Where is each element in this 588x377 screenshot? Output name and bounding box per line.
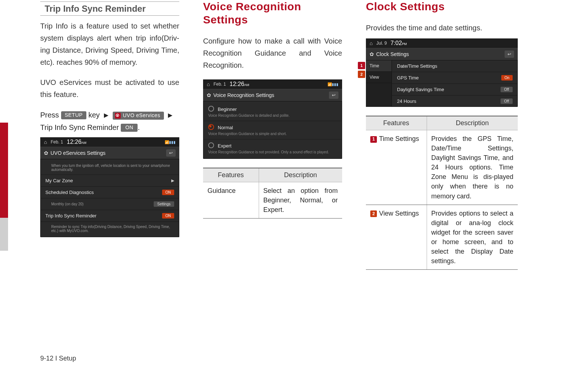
- status-time: 12:26: [230, 81, 244, 87]
- radio-sub: Voice Recognition Guidance is simple and…: [208, 131, 337, 136]
- column-voice-recognition: Voice Recognition Settings Configure how…: [203, 0, 342, 270]
- arrow-icon: ▶: [168, 110, 172, 120]
- row-prev-desc: When you turn the ignition off, vehicle …: [40, 161, 179, 175]
- uvo-eservices-pill: ⦿ UVO eServices: [113, 112, 164, 120]
- row-label: Scheduled Diagnostics: [45, 190, 94, 195]
- uvo-eservices-label: UVO eServices: [123, 111, 160, 120]
- screenshot-title-bar: ✿UVO eServices Settings ↩: [40, 147, 179, 159]
- th-features: Features: [366, 116, 427, 130]
- clock-features-table: Features Description 1Time Settings Prov…: [366, 116, 518, 270]
- td-description: Provides options to select a digital or …: [427, 205, 518, 270]
- page-edge-tabs: [0, 0, 8, 251]
- screenshot-status-bar: ⌂ Feb. 1 12:26AM 📶▮▮▮: [203, 79, 342, 89]
- radio-row-expert: Expert Voice Recognition Guidance is not…: [203, 139, 342, 157]
- radio-label: Expert: [218, 143, 232, 149]
- status-ampm: PM: [402, 42, 407, 46]
- row-scheduled-diagnostics: Scheduled Diagnostics ON: [40, 187, 179, 198]
- th-features: Features: [203, 168, 259, 182]
- row-trip-info-sync: Trip Info Sync Reminder ON: [40, 210, 179, 222]
- on-chip: ON: [162, 213, 174, 219]
- on-label: ON: [125, 123, 133, 132]
- on-pill: ON: [121, 124, 138, 132]
- screenshot-status-bar: ⌂ Feb. 1 12:26AM 📶▮▮▮: [40, 137, 179, 147]
- status-date: Feb. 1: [50, 139, 63, 145]
- table-row: 1Time Settings Provides the GPS Time, Da…: [366, 130, 518, 205]
- radio-row-beginner: Beginner Voice Recognition Guidance is d…: [203, 103, 342, 121]
- radio-icon-selected: [208, 124, 214, 130]
- row-label: GPS Time: [397, 75, 419, 81]
- feature-name: Time Settings: [379, 135, 419, 142]
- screenshot-status-bar: ⌂ Jul. 9 7:02PM: [366, 38, 518, 48]
- signal-icon: 📶▮▮▮: [165, 140, 176, 144]
- row-label: Date/Time Settings: [397, 63, 437, 69]
- key-word: key: [88, 111, 100, 119]
- screenshot-title: UVO eServices Settings: [50, 150, 105, 156]
- column-clock-settings: Clock Settings Provides the time and dat…: [366, 0, 518, 270]
- arrow-icon: ▶: [104, 110, 108, 120]
- tab-empty: [366, 83, 392, 107]
- uvo-settings-screenshot: ⌂ Feb. 1 12:26AM 📶▮▮▮ ✿UVO eServices Set…: [40, 137, 179, 237]
- row-label: Trip Info Sync Reminder: [45, 213, 97, 219]
- td-feature: Guidance: [203, 182, 259, 219]
- signal-icon: 📶▮▮▮: [327, 82, 338, 86]
- section-title-voice: Voice Recognition Settings: [203, 0, 342, 26]
- home-icon: ⌂: [207, 81, 210, 87]
- callout-number-1: 1: [370, 136, 377, 143]
- off-chip: Off: [501, 98, 513, 104]
- row-label: 24 Hours: [397, 98, 416, 104]
- row-label: Daylight Savings Time: [397, 87, 444, 92]
- page-tab-spacer: [0, 0, 8, 123]
- th-description: Description: [259, 168, 342, 182]
- row-daylight-savings: Daylight Savings TimeOff: [392, 84, 518, 96]
- page-footer: 9-12 I Setup: [40, 355, 76, 362]
- row-label: My Car Zone: [45, 178, 73, 183]
- row-my-car-zone: My Car Zone ▶: [40, 175, 179, 187]
- radio-label: Normal: [218, 125, 233, 130]
- home-icon: ⌂: [44, 139, 47, 145]
- row-date-time: Date/Time Settings: [392, 60, 518, 72]
- back-icon: ↩: [505, 51, 514, 58]
- setup-key-pill: SETUP: [61, 111, 86, 119]
- radio-label: Beginner: [218, 107, 237, 112]
- section-title-clock: Clock Settings: [366, 0, 518, 13]
- td-description: Provides the GPS Time, Date/Time Setting…: [427, 130, 518, 205]
- td-feature: 2View Settings: [366, 205, 427, 270]
- th-description: Description: [427, 116, 518, 130]
- clock-screenshot-wrapper: 1 2 ⌂ Jul. 9 7:02PM ✿Clock Settings ↩: [366, 38, 518, 107]
- screenshot-title-bar: ✿Voice Recognition Settings ↩: [203, 89, 342, 101]
- press-instruction: Press SETUP key ▶ ⦿ UVO eServices ▶ Trip…: [40, 109, 179, 134]
- status-time: 7:02: [390, 40, 402, 46]
- voice-paragraph-1: Configure how to make a call with Voice …: [203, 35, 342, 71]
- screenshot-title: Clock Settings: [376, 51, 409, 57]
- voice-features-table: Features Description Guidance Select an …: [203, 168, 342, 219]
- row-scheduled-diagnostics-sub: Monthly (on day 20) Settings: [40, 198, 179, 210]
- off-chip: Off: [501, 87, 513, 92]
- td-description: Select an option from Beginner, Normal, …: [259, 182, 342, 219]
- back-icon: ↩: [329, 92, 338, 99]
- gear-icon: ✿: [370, 51, 374, 57]
- gear-icon: ✿: [207, 92, 211, 98]
- screenshot-title-bar: ✿Clock Settings ↩: [366, 48, 518, 60]
- voice-settings-screenshot: ⌂ Feb. 1 12:26AM 📶▮▮▮ ✿Voice Recognition…: [203, 79, 342, 159]
- row-gps-time: GPS TimeOn: [392, 72, 518, 84]
- subhead-title: Trip Info Sync Reminder: [45, 4, 178, 14]
- clock-settings-screenshot: ⌂ Jul. 9 7:02PM ✿Clock Settings ↩ Time V…: [366, 38, 518, 107]
- radio-icon: [208, 106, 214, 112]
- page-tab-active: [0, 123, 8, 218]
- page-tab-inactive: [0, 218, 8, 251]
- status-date: Feb. 1: [213, 82, 226, 87]
- screenshot-body: When you turn the ignition off, vehicle …: [40, 159, 179, 237]
- callout-tabs: 1 2: [358, 62, 365, 78]
- table-row: Guidance Select an option from Beginner,…: [203, 182, 342, 219]
- status-ampm: AM: [244, 83, 250, 87]
- callout-tab-1: 1: [358, 62, 365, 69]
- table-row: 2View Settings Provides options to selec…: [366, 205, 518, 270]
- screenshot-body: Beginner Voice Recognition Guidance is d…: [203, 101, 342, 159]
- td-feature: 1Time Settings: [366, 130, 427, 205]
- home-icon: ⌂: [370, 40, 372, 46]
- callout-number-2: 2: [370, 210, 377, 217]
- tab-view: View: [366, 72, 392, 83]
- radio-icon: [208, 142, 214, 148]
- status-ampm: AM: [82, 141, 87, 145]
- screenshot-title: Voice Recognition Settings: [213, 92, 274, 98]
